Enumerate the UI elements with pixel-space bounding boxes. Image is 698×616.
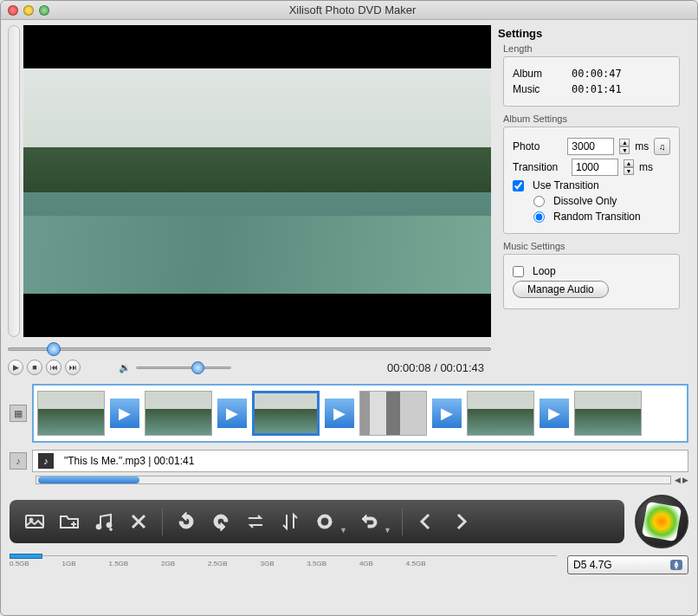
audio-track[interactable]: ♪ "This Is Me.".mp3 | 00:01:41 <box>32 450 688 472</box>
select-arrows-icon: ▲▼ <box>670 560 682 570</box>
disc-type-value: D5 4.7G <box>573 559 612 571</box>
sync-music-button[interactable]: ♫ <box>654 138 670 155</box>
timeline-scrollbar[interactable] <box>36 476 671 484</box>
settings-heading: Settings <box>498 27 685 40</box>
add-photo-button[interactable] <box>22 509 48 535</box>
titlebar: Xilisoft Photo DVD Maker <box>1 1 697 20</box>
music-length-label: Music <box>513 83 566 95</box>
stop-button[interactable]: ■ <box>27 360 42 375</box>
transition-duration-input[interactable] <box>572 159 618 176</box>
thumbnail[interactable] <box>359 391 427 436</box>
window-title: Xilisoft Photo DVD Maker <box>15 3 690 16</box>
loop-label: Loop <box>533 265 556 277</box>
undo-dropdown-icon[interactable]: ▼ <box>384 526 391 535</box>
refresh-dropdown-icon[interactable]: ▼ <box>339 526 347 535</box>
delete-button[interactable] <box>126 509 152 535</box>
svg-point-3 <box>107 522 112 528</box>
scroll-right-button[interactable]: ▶ <box>682 476 688 484</box>
add-folder-button[interactable] <box>56 509 82 535</box>
swap-button[interactable] <box>242 509 268 535</box>
dissolve-only-label: Dissolve Only <box>553 195 617 207</box>
transition-icon[interactable]: ▶ <box>217 399 247 428</box>
random-transition-label: Random Transition <box>553 211 641 223</box>
thumbnail[interactable] <box>37 391 105 436</box>
preview-scrollbar[interactable] <box>8 25 20 337</box>
rotate-cw-button[interactable] <box>208 509 234 535</box>
photo-duration-label: Photo <box>513 140 562 152</box>
photo-duration-input[interactable] <box>567 138 614 155</box>
seek-slider[interactable] <box>8 342 491 356</box>
add-music-button[interactable] <box>91 509 117 535</box>
playback-time: 00:00:08 / 00:01:43 <box>387 361 484 374</box>
scroll-left-button[interactable]: ◀ <box>675 476 681 484</box>
loop-checkbox[interactable] <box>513 266 524 277</box>
use-transition-checkbox[interactable] <box>513 180 524 191</box>
photo-spin-up[interactable]: ▲ <box>619 139 630 146</box>
transition-unit: ms <box>639 161 653 173</box>
transition-icon[interactable]: ▶ <box>540 399 569 428</box>
burn-dvd-button[interactable] <box>635 495 688 548</box>
rotate-ccw-button[interactable] <box>173 509 199 535</box>
music-note-icon: ♪ <box>38 453 54 469</box>
prev-frame-button[interactable]: ⏮ <box>46 360 61 375</box>
length-group-title: Length <box>503 43 680 54</box>
audio-track-label: "This Is Me.".mp3 | 00:01:41 <box>64 455 194 467</box>
album-length-label: Album <box>513 68 566 80</box>
thumbnail[interactable] <box>467 391 534 436</box>
transition-spin-up[interactable]: ▲ <box>624 159 634 167</box>
disc-capacity-meter: 0.5GB1GB1.5GB2GB2.5GB3GB3.5GB4GB4.5GB <box>10 555 557 574</box>
undo-button[interactable] <box>356 509 382 535</box>
use-transition-label: Use Transition <box>533 179 599 191</box>
volume-slider[interactable] <box>136 366 231 369</box>
thumbnail[interactable] <box>145 391 212 436</box>
transition-icon[interactable]: ▶ <box>110 399 139 428</box>
music-length-value: 00:01:41 <box>572 83 622 95</box>
photo-spin-down[interactable]: ▼ <box>619 146 630 154</box>
album-length-value: 00:00:47 <box>572 68 622 80</box>
svg-point-2 <box>96 524 101 529</box>
next-button[interactable] <box>448 509 474 535</box>
photo-track-icon[interactable]: ▦ <box>10 405 27 422</box>
music-settings-title: Music Settings <box>503 241 680 251</box>
prev-button[interactable] <box>413 509 439 535</box>
sort-button[interactable] <box>277 509 303 535</box>
preview-image <box>23 68 491 294</box>
photo-timeline[interactable]: ▶ ▶ ▶ ▶ ▶ <box>32 384 688 443</box>
refresh-button[interactable] <box>312 509 338 535</box>
transition-icon[interactable]: ▶ <box>325 399 354 428</box>
preview-area <box>23 25 491 337</box>
album-settings-title: Album Settings <box>503 113 680 124</box>
disc-type-select[interactable]: D5 4.7G ▲▼ <box>567 555 688 574</box>
photo-unit: ms <box>635 140 649 152</box>
manage-audio-button[interactable]: Manage Audio <box>513 281 609 298</box>
next-frame-button[interactable]: ⏭ <box>65 360 81 375</box>
random-transition-radio[interactable] <box>533 211 545 223</box>
thumbnail-selected[interactable] <box>252 391 320 436</box>
svg-rect-0 <box>26 515 43 528</box>
transition-duration-label: Transition <box>513 161 566 173</box>
transition-icon[interactable]: ▶ <box>432 399 462 428</box>
play-button[interactable]: ▶ <box>8 360 23 375</box>
volume-icon: 🔉 <box>119 362 131 373</box>
transition-spin-down[interactable]: ▼ <box>624 167 634 175</box>
thumbnail[interactable] <box>574 391 642 436</box>
audio-track-icon[interactable]: ♪ <box>10 452 27 470</box>
dissolve-only-radio[interactable] <box>533 196 545 207</box>
main-toolbar: ▼ ▼ <box>10 500 624 543</box>
